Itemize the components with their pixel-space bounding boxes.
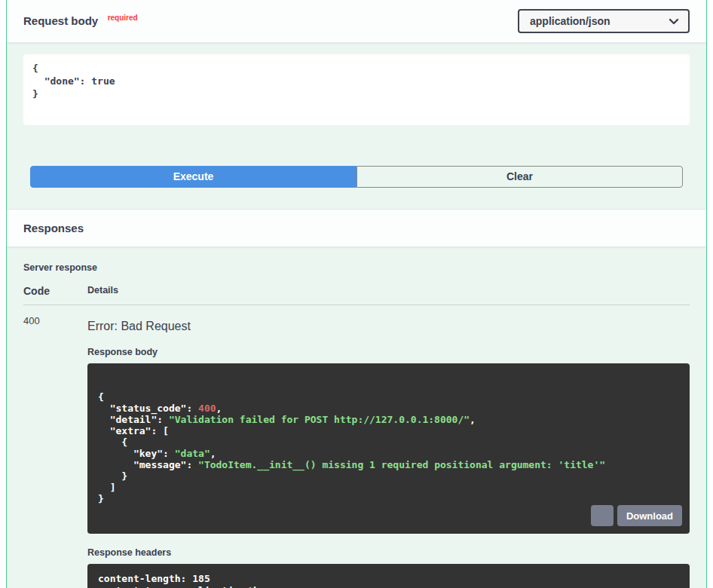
media-type-selected-value: application/json <box>530 15 610 27</box>
responses-title: Responses <box>23 222 84 234</box>
response-details-cell: Error: Bad Request Response body { "stat… <box>87 305 690 588</box>
response-status-text: Error: Bad Request <box>87 320 690 333</box>
details-column-header: Details <box>87 285 690 305</box>
responses-section: Server response Code Details 400 Error: … <box>7 247 706 588</box>
media-type-select[interactable]: application/json <box>518 9 690 33</box>
request-body-editor[interactable]: { "done": true } <box>23 54 690 125</box>
responses-table: Code Details 400 Error: Bad Request Resp… <box>23 285 690 588</box>
response-status-code: 400 <box>23 305 87 588</box>
request-body-section: { "done": true } Execute Clear <box>7 43 706 209</box>
request-body-heading: Request body required <box>23 14 138 28</box>
server-response-label: Server response <box>23 262 690 273</box>
required-badge: required <box>108 14 138 22</box>
request-body-header-row: Request body required application/json <box>7 0 706 43</box>
response-body-label: Response body <box>87 347 690 357</box>
response-headers-code: content-length: 185content-type: applica… <box>87 564 690 588</box>
execute-clear-button-group: Execute Clear <box>30 166 683 188</box>
chevron-down-icon <box>669 15 679 27</box>
clear-button[interactable]: Clear <box>356 166 683 188</box>
operation-block: Request body required application/json {… <box>6 0 707 588</box>
execute-button[interactable]: Execute <box>30 166 356 188</box>
request-body-title: Request body <box>23 14 98 27</box>
code-actions: Download <box>591 505 682 526</box>
responses-header-row: Responses <box>7 209 706 247</box>
download-button[interactable]: Download <box>617 505 682 526</box>
response-headers-label: Response headers <box>87 547 690 558</box>
copy-to-clipboard-button[interactable] <box>591 505 614 526</box>
response-body-code: { "status_code": 400, "detail": "Validat… <box>87 363 690 534</box>
code-column-header: Code <box>23 285 87 305</box>
